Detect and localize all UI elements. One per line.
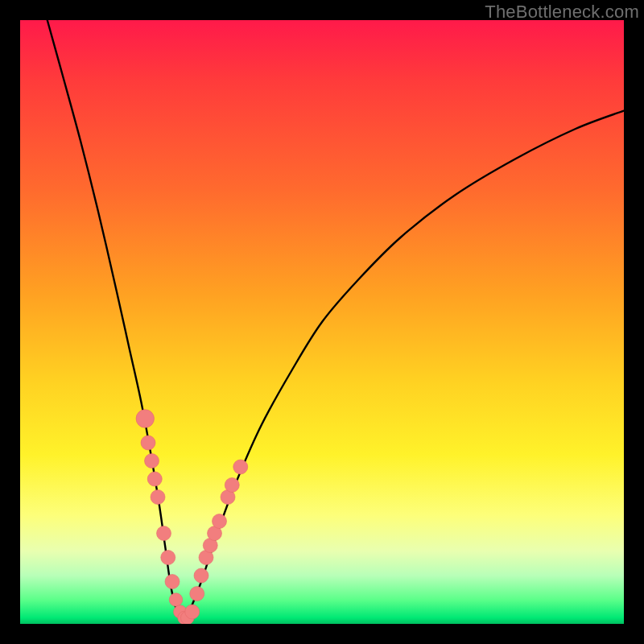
data-marker — [190, 587, 204, 601]
data-marker — [185, 605, 200, 619]
data-marker — [194, 568, 208, 583]
data-marker — [225, 478, 239, 493]
data-marker — [151, 490, 165, 505]
plot-area — [20, 20, 624, 624]
data-marker — [233, 460, 248, 474]
data-marker — [147, 472, 162, 486]
curve-layer — [20, 20, 624, 624]
data-marker — [145, 454, 159, 469]
data-marker — [165, 575, 180, 589]
marker-group — [136, 410, 248, 624]
bottleneck-curve — [47, 20, 624, 624]
data-marker — [161, 551, 175, 565]
data-marker — [213, 514, 227, 529]
chart-frame: TheBottleneck.com — [0, 0, 644, 644]
data-marker — [141, 436, 155, 450]
data-marker — [157, 526, 171, 541]
data-marker — [136, 410, 155, 428]
data-marker — [169, 593, 183, 607]
